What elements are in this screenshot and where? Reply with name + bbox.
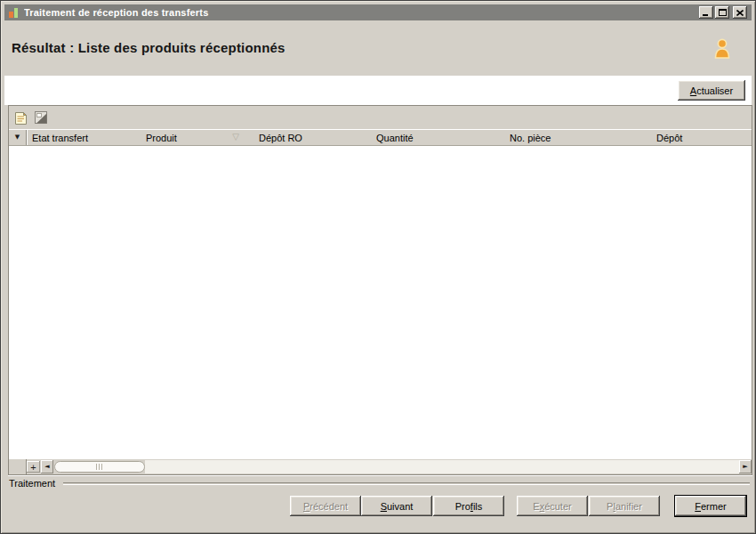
actualiser-button[interactable]: Actualiser bbox=[678, 80, 745, 101]
grid-body-empty bbox=[9, 146, 752, 459]
precedent-button[interactable]: Précédent bbox=[290, 496, 361, 516]
page-title: Résultat : Liste des produits réceptionn… bbox=[12, 40, 286, 55]
column-header-produit[interactable]: Produit ▽ bbox=[141, 130, 253, 145]
close-button[interactable] bbox=[733, 6, 747, 19]
column-header-quantite[interactable]: Quantité bbox=[371, 130, 504, 145]
title-bar[interactable]: Traitement de réception des transferts bbox=[4, 4, 752, 20]
executer-button[interactable]: Exécuter bbox=[517, 496, 588, 516]
scroll-left-button[interactable]: ◄ bbox=[41, 460, 53, 473]
picture-button[interactable] bbox=[33, 109, 48, 125]
picture-icon bbox=[34, 110, 48, 125]
fermer-button[interactable]: Fermer bbox=[674, 495, 747, 517]
profils-button[interactable]: Profils bbox=[433, 496, 504, 516]
minimize-icon bbox=[703, 10, 710, 16]
add-row-button[interactable]: + bbox=[27, 461, 40, 473]
window-title: Traitement de réception des transferts bbox=[24, 7, 697, 18]
column-header-etat-transfert[interactable]: Etat transfert bbox=[27, 130, 141, 145]
note-button[interactable] bbox=[13, 109, 28, 125]
maximize-button[interactable] bbox=[715, 6, 729, 19]
grid-header-row: ▼ Etat transfert Produit ▽ Dépôt RO Quan… bbox=[9, 129, 752, 146]
page-header: Résultat : Liste des produits réceptionn… bbox=[4, 20, 752, 76]
results-grid-panel: ▼ Etat transfert Produit ▽ Dépôt RO Quan… bbox=[8, 105, 752, 475]
column-header-depot[interactable]: Dépôt bbox=[651, 130, 752, 145]
grid-scroll-row: + ◄ ► bbox=[9, 459, 752, 474]
scroll-right-button[interactable]: ► bbox=[739, 460, 752, 473]
suivant-button[interactable]: Suivant bbox=[361, 496, 432, 516]
status-group-label: Traitement bbox=[9, 478, 55, 489]
scrollbar-track[interactable] bbox=[145, 460, 739, 473]
close-icon bbox=[736, 10, 744, 16]
row-selector-header[interactable]: ▼ bbox=[9, 130, 27, 145]
dropdown-arrow-icon: ▼ bbox=[15, 134, 20, 141]
sort-indicator-icon: ▽ bbox=[232, 133, 239, 142]
column-header-depot-ro[interactable]: Dépôt RO bbox=[253, 130, 371, 145]
status-group-border bbox=[63, 482, 750, 484]
grid-toolbar bbox=[9, 106, 752, 129]
action-strip: Actualiser bbox=[4, 76, 752, 105]
selector-column-footer bbox=[9, 459, 27, 474]
horizontal-scrollbar[interactable]: ◄ ► bbox=[41, 459, 752, 474]
user-icon bbox=[712, 38, 732, 60]
scroll-right-icon: ► bbox=[743, 464, 747, 470]
minimize-button[interactable] bbox=[699, 6, 713, 19]
note-icon bbox=[14, 110, 28, 125]
app-icon bbox=[8, 7, 20, 19]
window-controls bbox=[697, 6, 747, 19]
maximize-icon bbox=[719, 9, 727, 16]
scroll-left-icon: ◄ bbox=[44, 464, 49, 470]
scrollbar-thumb[interactable] bbox=[54, 461, 145, 473]
column-header-no-piece[interactable]: No. pièce bbox=[504, 130, 651, 145]
thumb-grip-icon bbox=[96, 464, 103, 470]
planifier-button[interactable]: Planifier bbox=[589, 496, 660, 516]
dialog-window: Traitement de réception des transferts bbox=[0, 0, 756, 534]
